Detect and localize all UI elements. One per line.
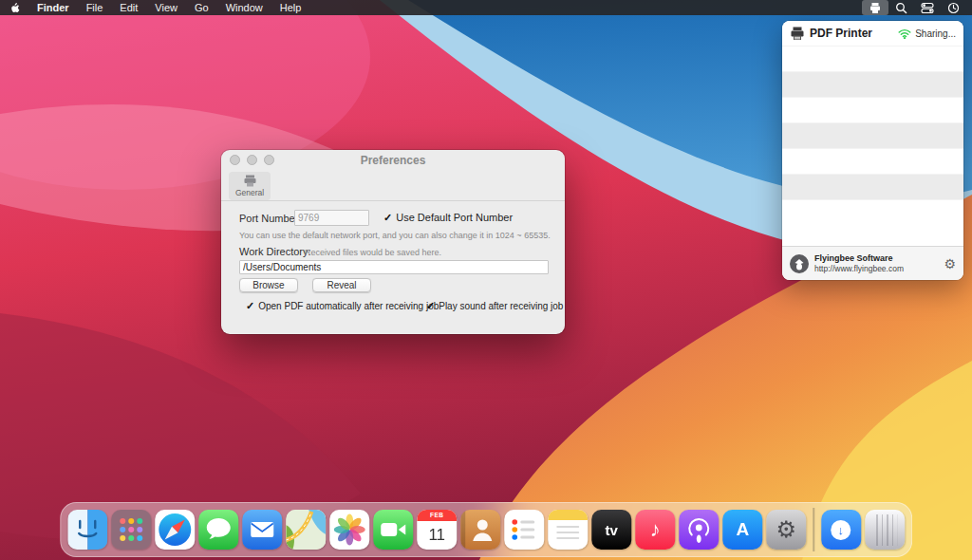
gear-icon: ⚙ bbox=[776, 516, 796, 543]
list-row[interactable] bbox=[782, 148, 963, 174]
trash-texture bbox=[872, 514, 897, 546]
contacts-dock-icon[interactable] bbox=[460, 510, 500, 550]
facetime-dock-icon[interactable] bbox=[373, 510, 413, 550]
checkmark-icon: ✓ bbox=[426, 301, 435, 311]
work-directory-hint: Received files would be saved here. bbox=[305, 248, 441, 257]
app-store-dock-icon[interactable]: A bbox=[722, 510, 762, 550]
safari-dock-icon[interactable] bbox=[155, 510, 195, 550]
menu-file[interactable]: File bbox=[78, 0, 112, 15]
apple-logo-icon bbox=[9, 1, 20, 14]
port-number-label: Port Number: bbox=[239, 213, 301, 224]
system-preferences-dock-icon[interactable]: ⚙ bbox=[766, 510, 806, 550]
compass-icon bbox=[155, 510, 195, 550]
control-center-icon[interactable] bbox=[914, 0, 941, 15]
desktop: Finder File Edit View Go Window Help bbox=[0, 0, 972, 560]
toolbar-tab-general[interactable]: General bbox=[229, 172, 271, 200]
wifi-icon bbox=[898, 28, 911, 39]
dock: FEB 11 tv ♪ bbox=[60, 502, 912, 557]
popover-title: PDF Printer bbox=[810, 27, 872, 40]
app-store-letter: A bbox=[736, 519, 749, 540]
title-bar[interactable]: Preferences bbox=[221, 150, 565, 171]
list-row[interactable] bbox=[782, 97, 963, 122]
music-note-icon: ♪ bbox=[650, 517, 661, 542]
clock-icon[interactable] bbox=[941, 0, 966, 15]
pdf-printer-popover: PDF Printer Sharing... bbox=[782, 21, 963, 280]
menu-bar-status-area bbox=[862, 0, 972, 15]
maps-dock-icon[interactable] bbox=[286, 510, 326, 550]
mail-dock-icon[interactable] bbox=[242, 510, 282, 550]
app-menu-finder[interactable]: Finder bbox=[28, 0, 78, 15]
finder-face-icon bbox=[67, 510, 107, 550]
sharing-label: Sharing... bbox=[915, 28, 956, 39]
menu-window[interactable]: Window bbox=[217, 0, 271, 15]
settings-gear-icon[interactable]: ⚙ bbox=[944, 257, 956, 271]
sharing-status[interactable]: Sharing... bbox=[898, 28, 956, 39]
close-button[interactable] bbox=[230, 155, 240, 165]
general-tab-label: General bbox=[235, 188, 264, 197]
use-default-port-label: Use Default Port Number bbox=[396, 212, 513, 223]
music-dock-icon[interactable]: ♪ bbox=[635, 510, 675, 550]
notes-yellow-band bbox=[548, 510, 588, 520]
download-arrow-icon: ↓ bbox=[831, 520, 850, 540]
preferences-toolbar: General bbox=[221, 171, 565, 201]
preferences-window: Preferences General Port Number: ✓ Use D… bbox=[221, 150, 565, 334]
checklist-icon bbox=[504, 510, 544, 550]
work-directory-input[interactable] bbox=[239, 260, 549, 274]
menu-edit[interactable]: Edit bbox=[111, 0, 146, 15]
list-row[interactable] bbox=[782, 174, 963, 199]
menu-help[interactable]: Help bbox=[271, 0, 310, 15]
finder-dock-icon[interactable] bbox=[67, 510, 107, 550]
traffic-lights bbox=[230, 155, 274, 165]
messages-dock-icon[interactable] bbox=[198, 510, 238, 550]
reveal-button[interactable]: Reveal bbox=[312, 278, 371, 292]
browse-button[interactable]: Browse bbox=[239, 278, 298, 292]
envelope-icon bbox=[242, 510, 282, 550]
port-number-input[interactable] bbox=[294, 210, 369, 226]
use-default-port-checkbox[interactable]: ✓ Use Default Port Number bbox=[383, 212, 513, 223]
port-help-text: You can use the default network port, an… bbox=[239, 231, 551, 240]
zoom-button[interactable] bbox=[264, 155, 274, 165]
dock-separator bbox=[813, 508, 814, 551]
calendar-dock-icon[interactable]: FEB 11 bbox=[417, 510, 457, 550]
list-row[interactable] bbox=[782, 199, 963, 225]
work-directory-label: Work Directory: bbox=[239, 246, 311, 257]
company-url[interactable]: http://www.flyingbee.com bbox=[814, 264, 904, 274]
video-camera-icon bbox=[373, 510, 413, 550]
minimize-button[interactable] bbox=[247, 155, 257, 165]
checkmark-icon: ✓ bbox=[383, 213, 392, 223]
list-row[interactable] bbox=[782, 122, 963, 148]
spotlight-icon[interactable] bbox=[888, 0, 914, 15]
map-icon bbox=[286, 510, 326, 550]
downloads-dock-icon[interactable]: ↓ bbox=[821, 510, 861, 550]
printer-icon bbox=[790, 27, 805, 41]
flower-icon bbox=[329, 510, 369, 550]
trash-dock-icon[interactable] bbox=[865, 510, 905, 550]
print-job-list[interactable] bbox=[782, 46, 963, 225]
open-pdf-label: Open PDF automatically after receiving j… bbox=[258, 301, 439, 311]
reminders-dock-icon[interactable] bbox=[504, 510, 544, 550]
photos-dock-icon[interactable] bbox=[329, 510, 369, 550]
printer-icon bbox=[869, 2, 882, 14]
speech-bubble-icon bbox=[198, 510, 238, 550]
launchpad-dock-icon[interactable] bbox=[111, 510, 151, 550]
pdf-printer-menu-icon[interactable] bbox=[862, 0, 888, 15]
list-row[interactable] bbox=[782, 71, 963, 97]
list-row[interactable] bbox=[782, 46, 963, 71]
notes-dock-icon[interactable] bbox=[548, 510, 588, 550]
person-silhouette-icon bbox=[460, 510, 500, 550]
menu-view[interactable]: View bbox=[146, 0, 186, 15]
play-sound-checkbox[interactable]: ✓ Play sound after receiving job bbox=[426, 301, 563, 311]
app-grid-icon bbox=[111, 510, 151, 550]
general-tab-icon bbox=[243, 175, 257, 187]
menu-bar-left: Finder File Edit View Go Window Help bbox=[0, 0, 309, 15]
podcasts-dock-icon[interactable] bbox=[679, 510, 719, 550]
menu-bar: Finder File Edit View Go Window Help bbox=[0, 0, 972, 15]
calendar-month: FEB bbox=[417, 510, 457, 521]
menu-go[interactable]: Go bbox=[186, 0, 217, 15]
apple-tv-dock-icon[interactable]: tv bbox=[591, 510, 631, 550]
apple-menu[interactable] bbox=[0, 0, 28, 15]
calendar-day: 11 bbox=[417, 521, 457, 550]
play-sound-label: Play sound after receiving job bbox=[439, 301, 563, 311]
open-pdf-checkbox[interactable]: ✓ Open PDF automatically after receiving… bbox=[246, 301, 439, 311]
tv-logo-text: tv bbox=[606, 522, 618, 538]
